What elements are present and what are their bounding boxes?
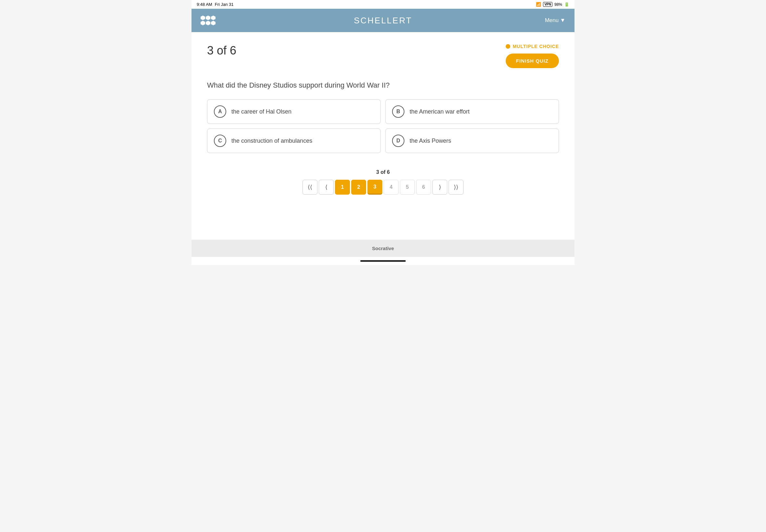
logo (201, 16, 215, 25)
main-content: 3 of 6 MULTIPLE CHOICE FINISH QUIZ What … (191, 32, 575, 240)
page-2-button[interactable]: 2 (351, 180, 366, 195)
chevron-down-icon: ▼ (560, 17, 565, 24)
footer: Socrative (191, 240, 575, 257)
page-next-button[interactable]: ⟩ (432, 180, 447, 195)
options-grid: A the career of Hal Olsen B the American… (207, 99, 559, 153)
status-bar: 9:48 AM Fri Jan 31 📶 VPN 98% 🔋 (191, 0, 575, 9)
page-first-button[interactable]: ⟨⟨ (302, 180, 317, 195)
option-d[interactable]: D the Axis Powers (385, 128, 559, 153)
option-a[interactable]: A the career of Hal Olsen (207, 99, 381, 124)
option-c-text: the construction of ambulances (231, 138, 312, 144)
badge-label: MULTIPLE CHOICE (513, 44, 559, 49)
finish-quiz-button[interactable]: FINISH QUIZ (506, 54, 559, 68)
page-3-button[interactable]: 3 (367, 180, 382, 195)
option-d-text: the Axis Powers (410, 138, 451, 144)
status-time: 9:48 AM (197, 2, 212, 7)
question-counter: 3 of 6 (207, 44, 236, 57)
page-6-button[interactable]: 6 (416, 180, 431, 195)
wifi-icon: 📶 (536, 2, 541, 7)
vpn-badge: VPN (543, 2, 553, 7)
pagination-section: 3 of 6 ⟨⟨ ⟨ 1 2 3 4 5 6 ⟩ ⟩⟩ (207, 169, 559, 195)
header: SCHELLERT Menu ▼ (191, 9, 575, 32)
page-last-button[interactable]: ⟩⟩ (449, 180, 464, 195)
menu-button[interactable]: Menu ▼ (545, 17, 565, 24)
page-prev-button[interactable]: ⟨ (319, 180, 334, 195)
page-4-button[interactable]: 4 (384, 180, 399, 195)
page-5-button[interactable]: 5 (400, 180, 415, 195)
right-controls: MULTIPLE CHOICE FINISH QUIZ (506, 44, 559, 68)
home-bar (360, 260, 406, 262)
option-a-text: the career of Hal Olsen (231, 108, 291, 115)
app-title: SCHELLERT (354, 16, 412, 26)
status-date: Fri Jan 31 (215, 2, 234, 7)
question-text: What did the Disney Studios support duri… (207, 81, 559, 90)
option-b[interactable]: B the American war effort (385, 99, 559, 124)
progress-row: 3 of 6 MULTIPLE CHOICE FINISH QUIZ (207, 44, 559, 68)
badge-dot (506, 44, 510, 49)
menu-label: Menu (545, 17, 559, 24)
pagination-controls: ⟨⟨ ⟨ 1 2 3 4 5 6 ⟩ ⟩⟩ (302, 180, 464, 195)
footer-label: Socrative (372, 246, 394, 251)
home-indicator-area (191, 257, 575, 265)
honeycomb-icon (201, 16, 215, 25)
option-a-letter: A (214, 105, 226, 118)
option-b-text: the American war effort (410, 108, 470, 115)
option-d-letter: D (392, 135, 405, 147)
option-c[interactable]: C the construction of ambulances (207, 128, 381, 153)
option-c-letter: C (214, 135, 226, 147)
page-1-button[interactable]: 1 (335, 180, 350, 195)
question-type-badge: MULTIPLE CHOICE (506, 44, 559, 49)
battery-level: 98% (554, 2, 562, 7)
battery-icon: 🔋 (564, 2, 569, 7)
option-b-letter: B (392, 105, 405, 118)
pagination-label: 3 of 6 (376, 169, 390, 175)
